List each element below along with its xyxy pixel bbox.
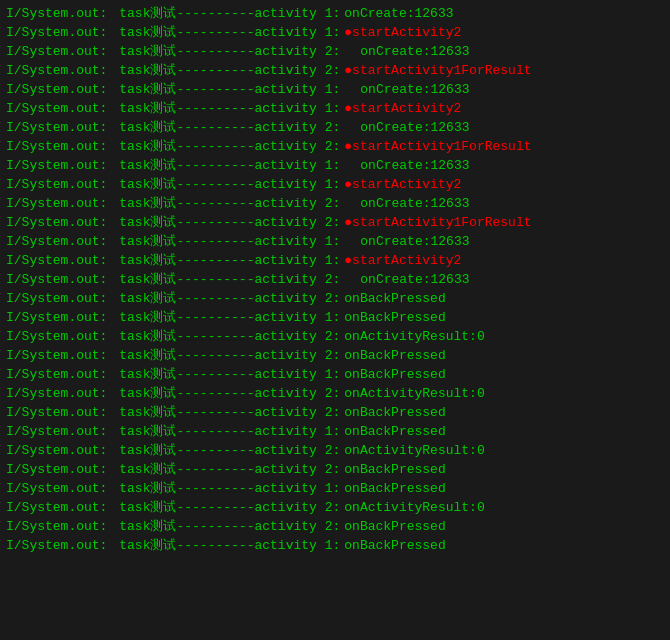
event-text: onCreate:12633 bbox=[340, 118, 469, 137]
event-text: onCreate:12633 bbox=[344, 4, 453, 23]
task-label: task测试---------- bbox=[119, 422, 254, 441]
log-line: I/System.out: task测试----------activity 1… bbox=[0, 156, 670, 175]
log-prefix: I/System.out: bbox=[6, 61, 107, 80]
activity-label: activity 1: bbox=[254, 365, 340, 384]
activity-label: activity 1: bbox=[254, 479, 340, 498]
event-text: onBackPressed bbox=[344, 479, 445, 498]
log-line: I/System.out: task测试----------activity 2… bbox=[0, 403, 670, 422]
activity-label: activity 2: bbox=[254, 441, 340, 460]
log-line: I/System.out: task测试----------activity 2… bbox=[0, 42, 670, 61]
red-dot-indicator: ● bbox=[344, 251, 352, 270]
activity-label: activity 1: bbox=[254, 232, 340, 251]
task-label: task测试---------- bbox=[119, 232, 254, 251]
activity-label: activity 1: bbox=[254, 99, 340, 118]
log-line: I/System.out: task测试----------activity 2… bbox=[0, 61, 670, 80]
event-text: onCreate:12633 bbox=[340, 194, 469, 213]
log-line: I/System.out: task测试----------activity 1… bbox=[0, 308, 670, 327]
event-text: onCreate:12633 bbox=[340, 270, 469, 289]
log-line: I/System.out: task测试----------activity 1… bbox=[0, 479, 670, 498]
activity-label: activity 1: bbox=[254, 80, 340, 99]
event-text: startActivity2 bbox=[352, 175, 461, 194]
log-line: I/System.out: task测试----------activity 2… bbox=[0, 460, 670, 479]
task-label: task测试---------- bbox=[119, 536, 254, 555]
event-text: startActivity1ForResult bbox=[352, 137, 531, 156]
event-text: onBackPressed bbox=[344, 308, 445, 327]
log-prefix: I/System.out: bbox=[6, 327, 107, 346]
log-line: I/System.out: task测试----------activity 2… bbox=[0, 517, 670, 536]
event-text: startActivity2 bbox=[352, 99, 461, 118]
log-line: I/System.out: task测试----------activity 1… bbox=[0, 251, 670, 270]
log-line: I/System.out: task测试----------activity 2… bbox=[0, 441, 670, 460]
log-line: I/System.out: task测试----------activity 2… bbox=[0, 498, 670, 517]
task-label: task测试---------- bbox=[119, 403, 254, 422]
activity-label: activity 1: bbox=[254, 308, 340, 327]
log-prefix: I/System.out: bbox=[6, 517, 107, 536]
task-label: task测试---------- bbox=[119, 479, 254, 498]
log-prefix: I/System.out: bbox=[6, 479, 107, 498]
activity-label: activity 2: bbox=[254, 137, 340, 156]
red-dot-indicator: ● bbox=[344, 213, 352, 232]
red-dot-indicator: ● bbox=[344, 99, 352, 118]
event-text: onActivityResult:0 bbox=[344, 384, 484, 403]
event-text: onActivityResult:0 bbox=[344, 327, 484, 346]
event-text: onBackPressed bbox=[344, 365, 445, 384]
log-prefix: I/System.out: bbox=[6, 536, 107, 555]
log-line: I/System.out: task测试----------activity 2… bbox=[0, 327, 670, 346]
task-label: task测试---------- bbox=[119, 308, 254, 327]
event-text: onBackPressed bbox=[344, 403, 445, 422]
activity-label: activity 2: bbox=[254, 403, 340, 422]
log-prefix: I/System.out: bbox=[6, 384, 107, 403]
log-prefix: I/System.out: bbox=[6, 80, 107, 99]
task-label: task测试---------- bbox=[119, 289, 254, 308]
event-text: onBackPressed bbox=[344, 422, 445, 441]
event-text: onCreate:12633 bbox=[340, 42, 469, 61]
event-text: onBackPressed bbox=[344, 517, 445, 536]
log-prefix: I/System.out: bbox=[6, 232, 107, 251]
red-dot-indicator: ● bbox=[344, 175, 352, 194]
task-label: task测试---------- bbox=[119, 23, 254, 42]
log-line: I/System.out: task测试----------activity 2… bbox=[0, 213, 670, 232]
task-label: task测试---------- bbox=[119, 118, 254, 137]
log-prefix: I/System.out: bbox=[6, 175, 107, 194]
log-prefix: I/System.out: bbox=[6, 99, 107, 118]
event-text: onActivityResult:0 bbox=[344, 441, 484, 460]
log-prefix: I/System.out: bbox=[6, 23, 107, 42]
activity-label: activity 1: bbox=[254, 175, 340, 194]
event-text: onActivityResult:0 bbox=[344, 498, 484, 517]
log-line: I/System.out: task测试----------activity 1… bbox=[0, 365, 670, 384]
log-prefix: I/System.out: bbox=[6, 156, 107, 175]
event-text: onBackPressed bbox=[344, 346, 445, 365]
activity-label: activity 2: bbox=[254, 346, 340, 365]
log-line: I/System.out: task测试----------activity 1… bbox=[0, 422, 670, 441]
log-line: I/System.out: task测试----------activity 1… bbox=[0, 175, 670, 194]
activity-label: activity 1: bbox=[254, 156, 340, 175]
log-prefix: I/System.out: bbox=[6, 137, 107, 156]
event-text: onCreate:12633 bbox=[340, 232, 469, 251]
activity-label: activity 2: bbox=[254, 517, 340, 536]
log-line: I/System.out: task测试----------activity 2… bbox=[0, 289, 670, 308]
activity-label: activity 2: bbox=[254, 327, 340, 346]
task-label: task测试---------- bbox=[119, 156, 254, 175]
event-text: onBackPressed bbox=[344, 460, 445, 479]
event-text: startActivity1ForResult bbox=[352, 61, 531, 80]
log-prefix: I/System.out: bbox=[6, 460, 107, 479]
activity-label: activity 2: bbox=[254, 384, 340, 403]
activity-label: activity 2: bbox=[254, 194, 340, 213]
activity-label: activity 2: bbox=[254, 460, 340, 479]
log-prefix: I/System.out: bbox=[6, 194, 107, 213]
task-label: task测试---------- bbox=[119, 270, 254, 289]
task-label: task测试---------- bbox=[119, 365, 254, 384]
event-text: onCreate:12633 bbox=[340, 80, 469, 99]
log-prefix: I/System.out: bbox=[6, 118, 107, 137]
event-text: onCreate:12633 bbox=[340, 156, 469, 175]
event-text: onBackPressed bbox=[344, 536, 445, 555]
log-line: I/System.out: task测试----------activity 1… bbox=[0, 232, 670, 251]
red-dot-indicator: ● bbox=[344, 137, 352, 156]
task-label: task测试---------- bbox=[119, 460, 254, 479]
activity-label: activity 1: bbox=[254, 23, 340, 42]
activity-label: activity 1: bbox=[254, 422, 340, 441]
log-prefix: I/System.out: bbox=[6, 251, 107, 270]
log-line: I/System.out: task测试----------activity 2… bbox=[0, 137, 670, 156]
log-line: I/System.out: task测试----------activity 2… bbox=[0, 384, 670, 403]
log-prefix: I/System.out: bbox=[6, 403, 107, 422]
